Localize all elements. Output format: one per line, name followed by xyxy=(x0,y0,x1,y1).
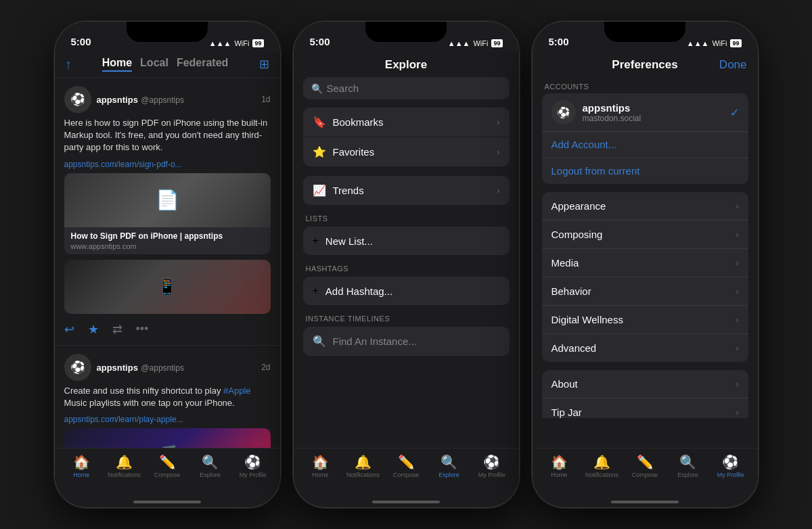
list-item[interactable]: Composing › xyxy=(542,221,748,249)
chevron-right-icon: › xyxy=(736,343,738,353)
checkmark-icon: ✓ xyxy=(730,106,739,119)
explore-hashtags-section: HASHTAGS + Add Hashtag... xyxy=(303,264,510,305)
tab-item-notifications-2[interactable]: 🔔 Notifications xyxy=(342,454,384,478)
notifications-tab-icon-2: 🔔 xyxy=(355,454,371,470)
avatar: ⚽ xyxy=(64,354,91,381)
tab-item-compose-3[interactable]: ✏️ Compose xyxy=(623,454,666,478)
feed: ⚽ appsntips @appsntips 1d Here is how to… xyxy=(55,78,280,448)
list-item[interactable]: Media › xyxy=(542,249,748,277)
account-info: appsntips mastodon.social xyxy=(583,102,723,123)
tab-bar-1: 🏠 Home 🔔 Notifications ✏️ Compose 🔍 Expl… xyxy=(55,448,280,488)
digital-wellness-label: Digital Wellness xyxy=(551,314,623,325)
back-icon[interactable]: ↑ xyxy=(66,58,72,72)
tab-item-compose-2[interactable]: ✏️ Compose xyxy=(384,454,427,478)
explore-trends-section: 📈 Trends › xyxy=(303,176,510,205)
favorite-icon[interactable]: ★ xyxy=(88,322,99,337)
phone-notch-2 xyxy=(365,22,447,42)
preferences-scroll[interactable]: ACCOUNTS ⚽ appsntips mastodon.social ✓ A… xyxy=(533,77,758,448)
list-item[interactable]: Tip Jar › xyxy=(542,398,748,418)
search-bar[interactable]: 🔍 Search xyxy=(303,77,510,99)
tab-federated[interactable]: Federated xyxy=(177,57,228,72)
tab-local[interactable]: Local xyxy=(140,57,168,72)
profile-tab-icon: ⚽ xyxy=(244,454,261,470)
explore-tab-label-2: Explore xyxy=(438,472,459,478)
add-account-label: Add Account... xyxy=(551,139,617,150)
tab-bar-3: 🏠 Home 🔔 Notifications ✏️ Compose 🔍 Expl… xyxy=(533,448,758,488)
accounts-section-label: ACCOUNTS xyxy=(545,83,748,91)
logout-row[interactable]: Logout from current xyxy=(542,158,748,184)
post-card-2[interactable]: 🎵 How to Play Apple Music Playlists with… xyxy=(64,428,271,448)
list-item[interactable]: Digital Wellness › xyxy=(542,306,748,334)
post-card-1b[interactable]: 📱 xyxy=(64,260,271,314)
tab-item-profile[interactable]: ⚽ My Profile xyxy=(231,454,274,478)
notifications-tab-label-2: Notifications xyxy=(346,472,380,478)
tab-item-profile-3[interactable]: ⚽ My Profile xyxy=(709,454,752,478)
tab-item-explore[interactable]: 🔍 Explore xyxy=(189,454,231,478)
list-item[interactable]: + New List... xyxy=(303,227,510,255)
list-item[interactable]: Behavior › xyxy=(542,277,748,306)
advanced-label: Advanced xyxy=(551,342,597,354)
feed-scroll[interactable]: ⚽ appsntips @appsntips 1d Here is how to… xyxy=(55,78,280,448)
add-account-row[interactable]: Add Account... xyxy=(542,132,748,158)
list-item[interactable]: 🔍 Find An Instance... xyxy=(303,327,510,356)
reply-icon[interactable]: ↩ xyxy=(64,322,74,337)
more-icon[interactable]: ••• xyxy=(136,322,149,336)
add-hashtag-label: Add Hashtag... xyxy=(325,285,500,297)
avatar: ⚽ xyxy=(64,86,91,113)
list-item[interactable]: + Add Hashtag... xyxy=(303,277,510,305)
status-icons-2: ▲▲▲ WiFi 99 xyxy=(448,39,503,47)
list-item[interactable]: 📈 Trends › xyxy=(303,176,510,205)
list-item[interactable]: Advanced › xyxy=(542,334,748,362)
post-text-2: Create and use this nifty shortcut to pl… xyxy=(64,385,271,409)
post-handle-2: @appsntips xyxy=(141,363,184,373)
about-label: About xyxy=(551,378,578,390)
home-tab-icon: 🏠 xyxy=(73,454,90,470)
post-card-1[interactable]: 📄 How to Sign PDF on iPhone | appsntips … xyxy=(64,173,271,254)
compose-tab-label: Compose xyxy=(154,472,181,478)
home-tab-icon-2: 🏠 xyxy=(312,454,329,470)
explore-scroll[interactable]: 🔍 Search 🔖 Bookmarks › ⭐ Favorites xyxy=(294,77,519,448)
tab-item-home-2[interactable]: 🏠 Home xyxy=(299,454,342,478)
list-item[interactable]: Appearance › xyxy=(542,192,748,221)
tab-item-compose[interactable]: ✏️ Compose xyxy=(145,454,188,478)
account-row[interactable]: ⚽ appsntips mastodon.social ✓ xyxy=(542,93,748,132)
home-nav-header: ↑ Home Local Federated ⊞ xyxy=(55,51,280,78)
profile-tab-label: My Profile xyxy=(240,472,267,478)
table-row[interactable]: ⚽ appsntips @appsntips 1d Here is how to… xyxy=(55,78,280,346)
repost-icon[interactable]: ⇄ xyxy=(112,322,122,337)
tab-item-home-3[interactable]: 🏠 Home xyxy=(538,454,581,478)
table-row[interactable]: ⚽ appsntips @appsntips 2d Create and use… xyxy=(55,346,280,448)
list-item[interactable]: ⭐ Favorites › xyxy=(303,137,510,166)
home-tab-icon-3: 🏠 xyxy=(551,454,568,470)
tab-item-notifications[interactable]: 🔔 Notifications xyxy=(103,454,145,478)
explore-tab-label-3: Explore xyxy=(677,472,698,478)
list-item[interactable]: 🔖 Bookmarks › xyxy=(303,108,510,137)
list-item[interactable]: About › xyxy=(542,370,748,398)
post-time-2: 2d xyxy=(261,363,270,372)
tab-home[interactable]: Home xyxy=(102,57,132,72)
battery-badge-1: 99 xyxy=(252,39,263,47)
status-icons-3: ▲▲▲ WiFi 99 xyxy=(687,39,742,47)
tab-item-explore-3[interactable]: 🔍 Explore xyxy=(667,454,709,478)
post-link-1[interactable]: appsntips.com/learn/sign-pdf-o... xyxy=(64,160,271,169)
chevron-right-icon: › xyxy=(736,407,738,417)
post-link-2[interactable]: appsntips.com/learn/play-apple... xyxy=(64,415,271,424)
compose-tab-icon-3: ✏️ xyxy=(637,454,654,470)
account-avatar: ⚽ xyxy=(551,100,576,124)
instance-section-label: INSTANCE TIMELINES xyxy=(303,315,510,323)
chevron-right-icon: › xyxy=(497,117,499,127)
filter-icon[interactable]: ⊞ xyxy=(259,57,269,72)
tab-item-home[interactable]: 🏠 Home xyxy=(60,454,103,478)
tab-item-notifications-3[interactable]: 🔔 Notifications xyxy=(581,454,623,478)
tip-jar-label: Tip Jar xyxy=(551,407,582,418)
home-tab-label-3: Home xyxy=(551,472,567,478)
notifications-tab-icon: 🔔 xyxy=(116,454,133,470)
wifi-icon: WiFi xyxy=(234,39,249,47)
tab-item-explore-2[interactable]: 🔍 Explore xyxy=(428,454,470,478)
phone-home: 5:00 ▲▲▲ WiFi 99 ↑ Home Local Federated … xyxy=(54,21,281,508)
trends-icon: 📈 xyxy=(313,184,326,197)
tab-item-profile-2[interactable]: ⚽ My Profile xyxy=(470,454,513,478)
done-button[interactable]: Done xyxy=(717,58,747,72)
home-indicator-2 xyxy=(294,488,519,507)
media-label: Media xyxy=(551,257,579,269)
